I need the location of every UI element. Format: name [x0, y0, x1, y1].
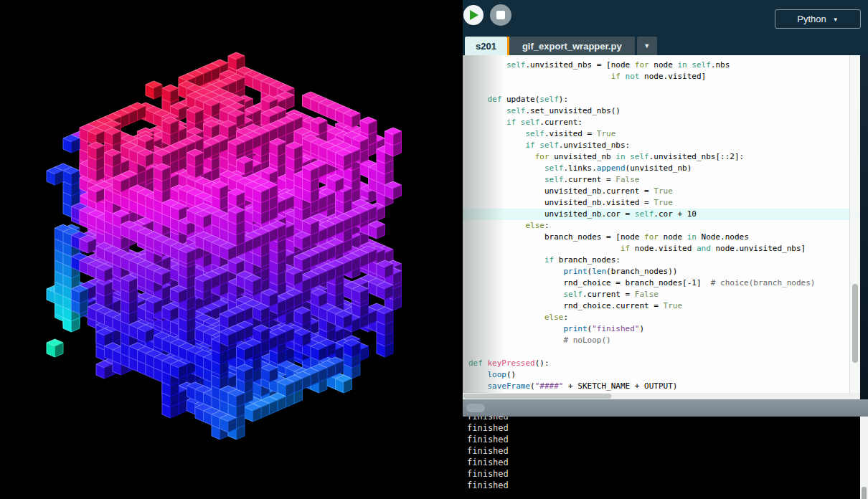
- mode-label: Python: [797, 14, 826, 24]
- code-line: self.unvisited_nbs = [node for node in s…: [463, 60, 860, 71]
- code-line: else:: [463, 220, 860, 232]
- caret-down-icon: ▼: [833, 16, 839, 23]
- tab-gif-export-wrapper[interactable]: gif_export_wrapper.py: [509, 37, 635, 55]
- code-line-current: unvisited_nb.cor = self.cor + 10: [463, 209, 860, 220]
- code-line: for unvisited_nb in self.unvisited_nbs[:…: [463, 151, 860, 163]
- code-line: if not node.visited]: [463, 71, 860, 82]
- console-scrollbar-thumb[interactable]: [862, 487, 867, 499]
- code-line: self.links.append(unvisited_nb): [463, 163, 860, 174]
- code-line: self.current = False: [463, 174, 860, 186]
- code-line: if self.current:: [463, 117, 860, 128]
- stop-icon: [496, 11, 505, 19]
- code-line: [463, 346, 860, 358]
- code-line: unvisited_nb.current = True: [463, 186, 860, 197]
- caret-down-icon: ▼: [643, 42, 650, 49]
- editor-vscrollbar[interactable]: [849, 55, 860, 393]
- console-line: finished: [463, 457, 509, 468]
- console-lines: finishedfinishedfinishedfinishedfinished…: [463, 417, 509, 491]
- window-edge-strip: [860, 55, 868, 399]
- code-line: if self.unvisited_nbs:: [463, 140, 860, 151]
- tab-overflow-button[interactable]: ▼: [637, 37, 657, 55]
- stop-button[interactable]: [490, 4, 511, 26]
- run-button[interactable]: [463, 5, 483, 25]
- code-line: def update(self):: [463, 94, 860, 105]
- console-scrollbar[interactable]: [860, 417, 868, 499]
- code-line: self.set_unvisited_nbs(): [463, 105, 860, 117]
- tab-s201[interactable]: s201: [465, 37, 507, 55]
- code-line: # noLoop(): [463, 335, 860, 346]
- code-line: def keyPressed():: [463, 358, 860, 369]
- code-line: if branch_nodes:: [463, 255, 860, 266]
- code-line: unvisited_nb.visited = True: [463, 197, 860, 209]
- console-line: finished: [463, 445, 509, 457]
- code-line: [463, 82, 860, 94]
- editor-hscrollbar[interactable]: [463, 393, 860, 399]
- code-line: self.current = False: [463, 289, 860, 300]
- console-line: finished: [463, 468, 509, 480]
- editor-hscrollbar-thumb[interactable]: [463, 394, 611, 399]
- code-area: self.unvisited_nbs = [node for node in s…: [463, 55, 860, 392]
- console-output: finishedfinishedfinishedfinishedfinished…: [463, 417, 860, 499]
- code-line: if node.visited and node.unvisited_nbs]: [463, 243, 860, 255]
- code-line: loop(): [463, 369, 860, 381]
- console-line: finished: [463, 417, 509, 422]
- divider-grip: [466, 404, 485, 412]
- code-line: self.visited = True: [463, 128, 860, 140]
- code-line: branch_nodes = [node for node in Node.no…: [463, 232, 860, 243]
- processing-ide-panel: Python ▼ s201 gif_export_wrapper.py ▼ se…: [463, 0, 868, 499]
- editor-vscrollbar-thumb[interactable]: [852, 284, 858, 363]
- code-line: print("finished"): [463, 323, 860, 335]
- code-line: else:: [463, 312, 860, 323]
- mode-selector-button[interactable]: Python ▼: [775, 9, 861, 29]
- code-line: print(len(branch_nodes)): [463, 266, 860, 277]
- code-line: rnd_choice = branch_nodes[-1] # choice(b…: [463, 277, 860, 289]
- code-line: rnd_choice.current = True: [463, 300, 860, 312]
- console-line: finished: [463, 480, 509, 491]
- toolbar: Python ▼ s201 gif_export_wrapper.py ▼: [463, 0, 868, 55]
- console-line: finished: [463, 434, 509, 445]
- screenshot-root: Python ▼ s201 gif_export_wrapper.py ▼ se…: [0, 0, 868, 499]
- editor-console-divider[interactable]: [463, 399, 868, 417]
- play-icon: [470, 10, 478, 20]
- sketch-canvas[interactable]: [0, 0, 463, 499]
- code-editor[interactable]: self.unvisited_nbs = [node for node in s…: [463, 55, 860, 393]
- tab-bar: s201 gif_export_wrapper.py ▼: [463, 37, 657, 55]
- console-line: finished: [463, 422, 509, 434]
- code-line: saveFrame("####" + SKETCH_NAME + OUTPUT): [463, 381, 860, 392]
